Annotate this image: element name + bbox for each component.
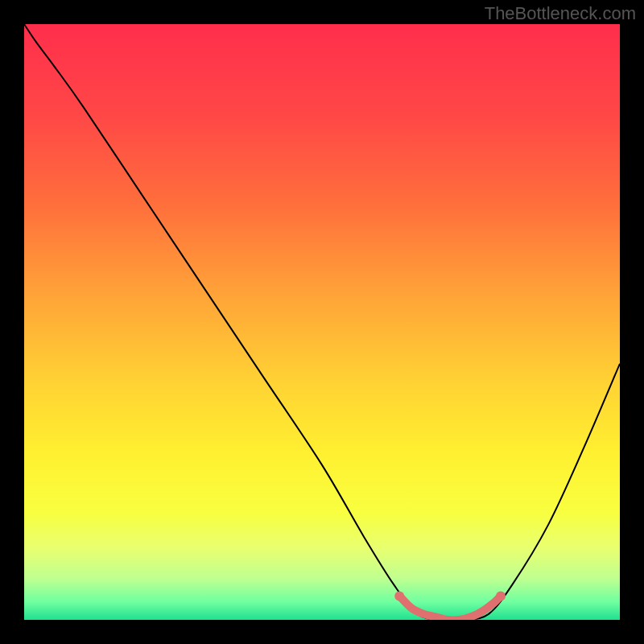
optimal-range-endpoint [496, 591, 506, 601]
chart-svg [24, 24, 620, 620]
watermark-text: TheBottleneck.com [485, 3, 636, 24]
chart-background [24, 24, 620, 620]
bottleneck-chart [24, 24, 620, 620]
optimal-range-endpoint [394, 591, 404, 601]
